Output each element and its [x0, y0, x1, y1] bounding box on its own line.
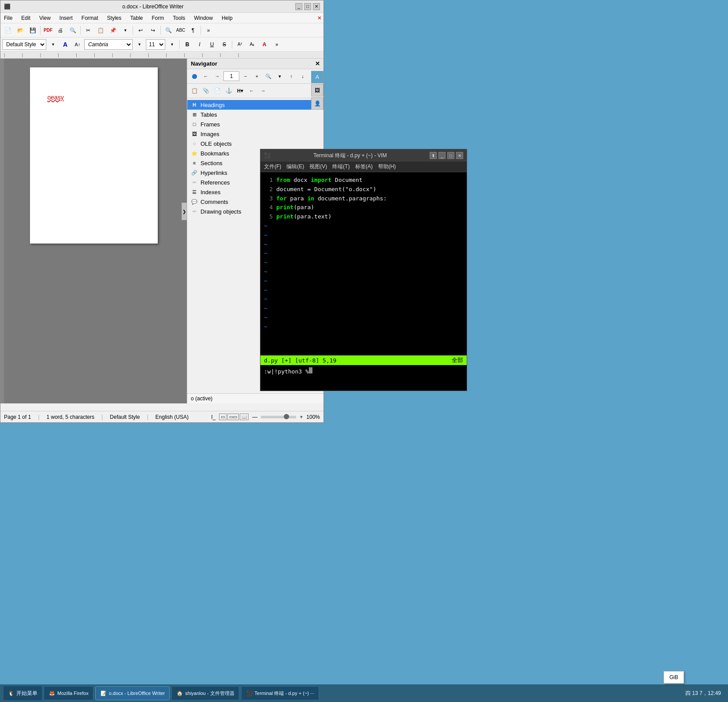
- terminal-close-btn[interactable]: ✕: [456, 152, 463, 159]
- nav-item-frames[interactable]: □ Frames: [187, 119, 323, 129]
- sidebar-close-btn[interactable]: A: [311, 71, 323, 83]
- spellcheck-button[interactable]: ABC: [175, 25, 186, 36]
- zoom-slider[interactable]: [261, 416, 296, 418]
- nav-item-headings[interactable]: H Headings: [187, 100, 323, 110]
- term-menu-help[interactable]: 帮助(H): [378, 163, 396, 170]
- copy-button[interactable]: 📋: [95, 25, 106, 36]
- terminal-alert-btn[interactable]: ⬆: [430, 152, 437, 159]
- term-menu-tabs[interactable]: 标签(A): [355, 163, 373, 170]
- more-toolbar2[interactable]: »: [271, 39, 282, 50]
- navigator-close-button[interactable]: ✕: [315, 60, 320, 67]
- term-menu-file[interactable]: 文件(F): [264, 163, 281, 170]
- nav-anchor-btn[interactable]: ⚓: [223, 85, 234, 96]
- save-button[interactable]: 💾: [27, 25, 38, 36]
- term-menu-edit[interactable]: 编辑(E): [286, 163, 304, 170]
- lo-close-x[interactable]: ✕: [317, 15, 322, 21]
- zoom-plus[interactable]: +: [300, 414, 303, 420]
- nav-prev-btn[interactable]: ←: [246, 85, 257, 96]
- print-button[interactable]: 🖨: [55, 25, 66, 36]
- lo-minimize-button[interactable]: _: [295, 3, 302, 10]
- style-dropdown[interactable]: Default Style: [2, 39, 46, 50]
- superscript-button[interactable]: A²: [234, 39, 245, 50]
- taskbar-terminal[interactable]: ⬛ Terminal 终端 - d.py + (~) ···: [241, 686, 319, 700]
- two-page-icon[interactable]: ▭▭: [227, 414, 239, 420]
- menu-edit[interactable]: Edit: [19, 14, 32, 22]
- taskbar-start-button[interactable]: 🐧 开始菜单: [4, 686, 42, 700]
- nav-item-images[interactable]: 🖼 Images: [187, 129, 323, 139]
- nav-find-btn[interactable]: 🔍: [263, 71, 274, 81]
- size-down-btn[interactable]: ▾: [166, 39, 178, 50]
- terminal-menubar: 文件(F) 编辑(E) 视图(V) 终端(T) 标签(A) 帮助(H): [260, 162, 467, 172]
- terminal-maximize-btn[interactable]: □: [447, 152, 454, 159]
- paste-special-button[interactable]: ▾: [119, 25, 131, 36]
- size-dropdown[interactable]: 11: [146, 39, 165, 50]
- strikethrough-button[interactable]: S: [219, 39, 230, 50]
- nav-next-btn[interactable]: →: [258, 85, 268, 96]
- font-dropdown-btn[interactable]: ▾: [134, 39, 145, 50]
- taskbar-filemanager[interactable]: 🏠 shiyanlou - 文件管理器: [171, 686, 239, 700]
- menu-file[interactable]: File: [2, 14, 14, 22]
- subscript-button[interactable]: A₂: [246, 39, 258, 50]
- menu-window[interactable]: Window: [192, 14, 215, 22]
- taskbar-libreoffice[interactable]: 📝 o.docx - LibreOffice Writer: [95, 686, 170, 700]
- lo-maximize-button[interactable]: □: [304, 3, 311, 10]
- char-color-button[interactable]: A: [259, 39, 270, 50]
- vim-cmdline[interactable]: :w|!python3 %: [264, 367, 463, 375]
- term-menu-view[interactable]: 视图(V): [309, 163, 327, 170]
- font-size-bigger[interactable]: A↑: [72, 39, 83, 50]
- sidebar-icon1[interactable]: 🖼: [311, 84, 323, 96]
- menu-table[interactable]: Table: [129, 14, 145, 22]
- vim-statusline: d.py [+] [utf-8] 5,19 全部: [260, 355, 467, 365]
- nav-number-input[interactable]: 1: [223, 71, 239, 81]
- nav-header-btn[interactable]: H▾: [235, 85, 245, 96]
- nav-toggle-btn[interactable]: 🔵: [189, 71, 200, 81]
- terminal-content[interactable]: 1 from docx import Document 2 document =…: [260, 172, 467, 378]
- open-button[interactable]: 📂: [15, 25, 26, 36]
- lo-close-button[interactable]: ✕: [313, 3, 320, 10]
- menu-styles[interactable]: Styles: [105, 14, 123, 22]
- book-view-icon[interactable]: 📖: [240, 414, 249, 420]
- italic-button[interactable]: I: [194, 39, 205, 50]
- underline-button[interactable]: U: [206, 39, 218, 50]
- nav-doc-btn[interactable]: 📄: [212, 85, 223, 96]
- menu-format[interactable]: Format: [80, 14, 100, 22]
- term-menu-terminal[interactable]: 终端(T): [332, 163, 349, 170]
- paste-button[interactable]: 📌: [107, 25, 119, 36]
- nav-item-tables[interactable]: ⊞ Tables: [187, 110, 323, 119]
- content-collapse-btn[interactable]: ❯: [182, 203, 187, 220]
- print-preview-button[interactable]: 🔍: [67, 25, 78, 36]
- redo-button[interactable]: ↪: [147, 25, 159, 36]
- nav-up-btn[interactable]: ↑: [286, 71, 297, 81]
- nav-forward-btn[interactable]: →: [212, 71, 223, 81]
- menu-view[interactable]: View: [37, 14, 52, 22]
- menu-insert[interactable]: Insert: [58, 14, 74, 22]
- vertical-scrollbar[interactable]: [0, 59, 4, 403]
- terminal-minimize-btn[interactable]: _: [438, 152, 446, 159]
- nav-plus-btn[interactable]: +: [252, 71, 262, 81]
- taskbar-firefox[interactable]: 🦊 Mozilla Firefox: [44, 686, 93, 700]
- nav-minus-btn[interactable]: −: [240, 71, 251, 81]
- nav-back-btn[interactable]: ←: [201, 71, 211, 81]
- formatting-marks-button[interactable]: ¶: [187, 25, 199, 36]
- more-toolbar[interactable]: »: [203, 25, 214, 36]
- pdf-button[interactable]: PDF: [42, 25, 54, 36]
- undo-button[interactable]: ↩: [135, 25, 146, 36]
- find-button[interactable]: 🔍: [163, 25, 174, 36]
- single-page-icon[interactable]: ▭: [219, 414, 227, 420]
- nav-content-view-btn[interactable]: 📋: [189, 85, 200, 96]
- char-styles-btn[interactable]: A: [59, 39, 71, 50]
- nav-item-ole[interactable]: ○ OLE objects: [187, 139, 323, 148]
- bold-button[interactable]: B: [182, 39, 193, 50]
- style-dropdown-btn[interactable]: ▾: [47, 39, 59, 50]
- lo-doc-area[interactable]: oeasy: [0, 59, 187, 403]
- nav-find-dropdown[interactable]: ▾: [275, 71, 285, 81]
- menu-help[interactable]: Help: [220, 14, 234, 22]
- nav-drag-mode-btn[interactable]: 📎: [201, 85, 211, 96]
- nav-down-btn[interactable]: ↓: [297, 71, 308, 81]
- new-button[interactable]: 📄: [2, 25, 14, 36]
- menu-form[interactable]: Form: [150, 14, 166, 22]
- menu-tools[interactable]: Tools: [171, 14, 187, 22]
- cut-button[interactable]: ✂: [82, 25, 94, 36]
- sidebar-icon2[interactable]: 👤: [311, 97, 323, 110]
- font-dropdown[interactable]: Cambria: [84, 39, 133, 50]
